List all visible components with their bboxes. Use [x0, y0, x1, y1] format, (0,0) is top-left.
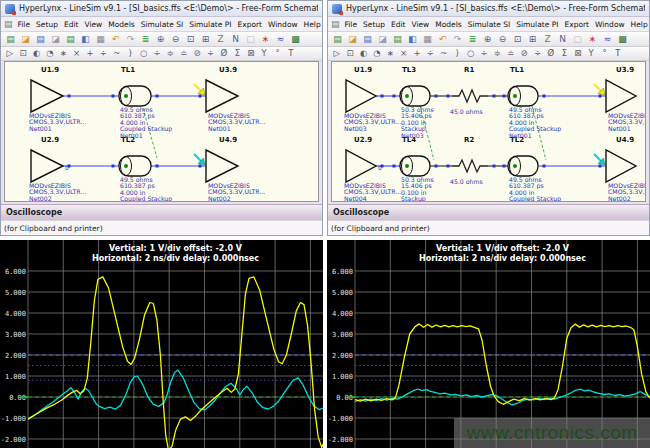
toolbar2-button-9[interactable]: ): [451, 47, 464, 60]
toolbar1-button-2[interactable]: ▤: [360, 33, 375, 46]
toolbar2-button-7[interactable]: ÷: [424, 47, 437, 60]
toolbar2-button-16[interactable]: Ø: [544, 47, 557, 60]
toolbar2-button-0[interactable]: ▷: [330, 47, 343, 60]
ic-buffer-U3.9[interactable]: [206, 80, 238, 112]
toolbar1-button-5[interactable]: ◧: [405, 33, 420, 46]
toolbar2-button-13[interactable]: ≐: [504, 47, 517, 60]
toolbar2-button-4[interactable]: ∗: [57, 47, 70, 60]
toolbar2-button-8[interactable]: ~: [110, 47, 123, 60]
transmission-line-TL1[interactable]: [119, 86, 151, 106]
toolbar1-button-0[interactable]: ▤: [3, 33, 18, 46]
menu-setup[interactable]: Setup: [33, 20, 61, 29]
toolbar2-button-21[interactable]: T: [611, 47, 624, 60]
toolbar2-button-20[interactable]: °: [271, 47, 284, 60]
toolbar2-button-1[interactable]: ⊡: [16, 47, 29, 60]
menu-file[interactable]: File: [342, 20, 361, 29]
toolbar1-button-15[interactable]: N: [228, 33, 243, 46]
ic-buffer-U1.9[interactable]: [31, 80, 63, 112]
toolbar1-button-18[interactable]: ≈: [600, 33, 615, 46]
menu-view[interactable]: View: [408, 20, 432, 29]
toolbar2-button-18[interactable]: ⊠: [571, 47, 584, 60]
toolbar2-button-15[interactable]: ÷: [531, 47, 544, 60]
toolbar1-button-17[interactable]: ∗: [258, 33, 273, 46]
schematic-canvas[interactable]: U1.9TL3R1TL1U3.9U2.9TL4R2TL2U4.9MODvsEZI…: [331, 61, 646, 202]
toolbar2-button-17[interactable]: Σ: [558, 47, 571, 60]
transmission-line-TL3[interactable]: [400, 86, 430, 106]
menu-simulate-si[interactable]: Simulate SI: [138, 20, 187, 29]
oscilloscope-panel-header[interactable]: Oscilloscope: [1, 204, 322, 220]
toolbar1-button-18[interactable]: ≈: [273, 33, 288, 46]
menu-setup[interactable]: Setup: [360, 20, 388, 29]
resistor-R1[interactable]: [452, 90, 488, 102]
toolbar2-button-20[interactable]: °: [598, 47, 611, 60]
toolbar2-button-12[interactable]: ≑: [164, 47, 177, 60]
transmission-line-TL1[interactable]: [508, 86, 538, 106]
toolbar1-button-12[interactable]: ⊡: [183, 33, 198, 46]
transmission-line-TL4[interactable]: [400, 156, 430, 176]
toolbar2-button-2[interactable]: ◐: [357, 47, 370, 60]
menu-export[interactable]: Export: [561, 20, 592, 29]
menu-edit[interactable]: Edit: [61, 20, 82, 29]
toolbar1-button-4[interactable]: ▤: [390, 33, 405, 46]
toolbar1-button-6[interactable]: ▦: [420, 33, 435, 46]
toolbar1-button-10[interactable]: ⊕: [153, 33, 168, 46]
toolbar2-button-17[interactable]: Σ: [231, 47, 244, 60]
toolbar2-button-1[interactable]: ⊡: [343, 47, 356, 60]
toolbar2-button-6[interactable]: +: [83, 47, 96, 60]
menu-window[interactable]: Window: [265, 20, 301, 29]
menu-simulate-pi[interactable]: Simulate PI: [513, 20, 561, 29]
menu-edit[interactable]: Edit: [388, 20, 409, 29]
toolbar2-button-16[interactable]: Ø: [217, 47, 230, 60]
toolbar2-button-8[interactable]: ~: [437, 47, 450, 60]
toolbar2-button-10[interactable]: ○: [137, 47, 150, 60]
mdi-document-icon[interactable]: ▤: [4, 18, 13, 30]
toolbar1-button-5[interactable]: ◧: [78, 33, 93, 46]
toolbar1-button-11[interactable]: ⊖: [495, 33, 510, 46]
title-bar[interactable]: HyperLynx - LineSim v9.1 - [SI_basics.ff…: [1, 1, 322, 17]
menu-export[interactable]: Export: [234, 20, 265, 29]
toolbar2-button-7[interactable]: ÷: [97, 47, 110, 60]
oscilloscope-panel-header[interactable]: Oscilloscope: [328, 204, 649, 220]
toolbar1-button-9[interactable]: ≣: [138, 33, 153, 46]
toolbar2-button-6[interactable]: +: [410, 47, 423, 60]
toolbar2-button-11[interactable]: ÷: [477, 47, 490, 60]
toolbar1-button-17[interactable]: ∗: [585, 33, 600, 46]
toolbar2-button-19[interactable]: Y: [257, 47, 270, 60]
toolbar1-button-13[interactable]: ⊞: [198, 33, 213, 46]
toolbar1-button-15[interactable]: N: [555, 33, 570, 46]
toolbar1-button-19[interactable]: ▩: [288, 33, 303, 46]
toolbar1-button-3[interactable]: ◪: [375, 33, 390, 46]
toolbar1-button-14[interactable]: Z: [540, 33, 555, 46]
toolbar1-button-8[interactable]: ↷: [123, 33, 138, 46]
toolbar2-button-21[interactable]: T: [284, 47, 297, 60]
toolbar1-button-4[interactable]: ▤: [63, 33, 78, 46]
schematic-canvas[interactable]: U1.9TL1U3.9U2.9TL2U4.9MODvsEZIBISCMOS,3.…: [4, 61, 319, 202]
ic-buffer-U2.9[interactable]: [346, 150, 376, 182]
toolbar1-button-0[interactable]: ▤: [330, 33, 345, 46]
toolbar1-button-9[interactable]: ≣: [465, 33, 480, 46]
toolbar2-button-12[interactable]: ≑: [491, 47, 504, 60]
toolbar1-button-16[interactable]: ▢: [570, 33, 585, 46]
toolbar2-button-5[interactable]: ×: [397, 47, 410, 60]
toolbar1-button-11[interactable]: ⊖: [168, 33, 183, 46]
toolbar2-button-13[interactable]: ≐: [177, 47, 190, 60]
toolbar2-button-11[interactable]: ÷: [150, 47, 163, 60]
toolbar1-button-7[interactable]: ↶: [435, 33, 450, 46]
menu-models[interactable]: Models: [105, 20, 137, 29]
toolbar1-button-8[interactable]: ↷: [450, 33, 465, 46]
toolbar2-button-0[interactable]: ▷: [3, 47, 16, 60]
toolbar1-button-19[interactable]: ▩: [615, 33, 630, 46]
ic-buffer-U4.9[interactable]: [206, 150, 238, 182]
menu-view[interactable]: View: [81, 20, 105, 29]
toolbar2-button-19[interactable]: Y: [584, 47, 597, 60]
menu-simulate-pi[interactable]: Simulate PI: [186, 20, 234, 29]
menu-help[interactable]: Help: [628, 20, 650, 29]
toolbar1-button-1[interactable]: ◪: [345, 33, 360, 46]
ic-buffer-U3.9[interactable]: [606, 80, 636, 112]
toolbar1-button-14[interactable]: Z: [213, 33, 228, 46]
toolbar1-button-10[interactable]: ⊕: [480, 33, 495, 46]
menu-help[interactable]: Help: [301, 20, 324, 29]
toolbar1-button-6[interactable]: ▦: [93, 33, 108, 46]
menu-simulate-si[interactable]: Simulate SI: [465, 20, 514, 29]
mdi-document-icon[interactable]: ▤: [331, 18, 340, 30]
